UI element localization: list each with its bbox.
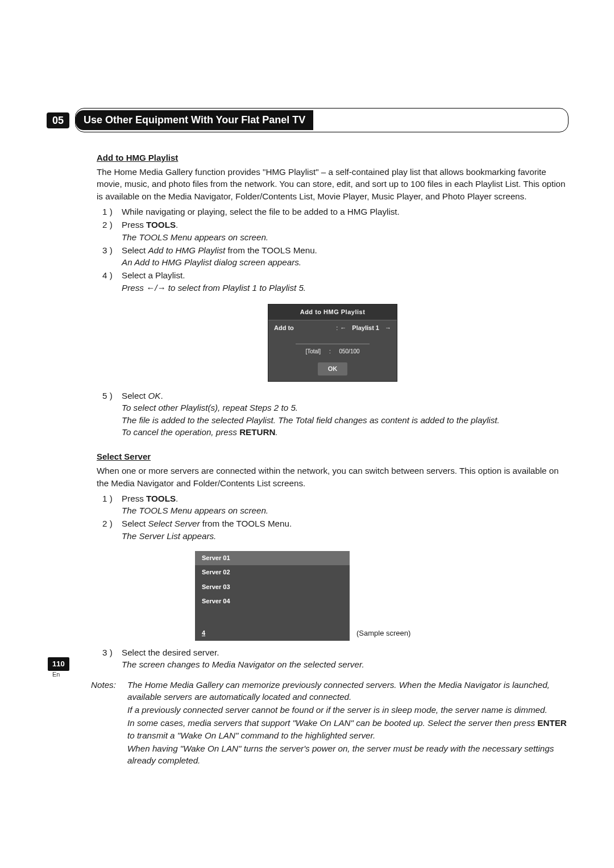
server-list-item[interactable]: Server 02 — [195, 565, 350, 579]
step-number: 3 ) — [97, 244, 122, 269]
addto-label: Add to — [274, 324, 294, 332]
server-list-figure: Server 01 Server 02 Server 03 Server 04 … — [195, 551, 569, 641]
text: Select a Playlist. — [122, 270, 185, 280]
total-value: 050/100 — [339, 348, 359, 354]
step-number: 1 ) — [97, 206, 122, 218]
text: Select the desired server. — [122, 648, 219, 657]
section2-intro: When one or more servers are connected w… — [97, 465, 569, 489]
page-language: En — [52, 670, 60, 679]
text: . — [176, 220, 178, 229]
text: Select — [122, 245, 148, 255]
step-note: To cancel the operation, press RETURN. — [122, 427, 278, 437]
list-item: 1 ) While navigating or playing, select … — [97, 206, 569, 218]
section-heading-add-to-hmg: Add to HMG Playlist — [97, 152, 569, 164]
arrow-left-icon[interactable]: ← — [340, 324, 346, 332]
playlist-value: Playlist 1 — [352, 324, 379, 332]
step-note: An Add to HMG Playlist dialog screen app… — [122, 257, 301, 267]
text: . — [176, 494, 178, 503]
text: To cancel the operation, press — [122, 427, 239, 437]
step-note: The TOOLS Menu appears on screen. — [122, 232, 268, 242]
text: to select from Playlist 1 to Playlist 5. — [166, 283, 306, 293]
text: from the TOOLS Menu. — [225, 245, 317, 255]
section-heading-select-server: Select Server — [97, 450, 569, 462]
italic: Select Server — [148, 519, 200, 528]
ok-button[interactable]: OK — [318, 362, 348, 375]
step-number: 5 ) — [97, 390, 122, 438]
sample-screen-caption: (Sample screen) — [356, 628, 410, 641]
section2-steps: 1 ) Press TOOLS. The TOOLS Menu appears … — [97, 493, 569, 542]
step-body: Select Add to HMG Playlist from the TOOL… — [122, 244, 569, 269]
list-item: 3 ) Select Add to HMG Playlist from the … — [97, 244, 569, 269]
step-number: 1 ) — [97, 493, 122, 517]
step-body: Select OK. To select other Playlist(s), … — [122, 390, 569, 438]
step-number: 3 ) — [97, 646, 122, 671]
text: to transmit a "Wake On LAN" command to t… — [127, 731, 375, 740]
dialog-title: Add to HMG Playlist — [268, 304, 397, 320]
arrow-left-icon: ← — [146, 283, 155, 293]
arrow-right-icon[interactable]: → — [385, 324, 391, 332]
server-count: 4 — [202, 629, 205, 637]
section1-steps: 1 ) While navigating or playing, select … — [97, 206, 569, 294]
text: Select — [122, 391, 148, 400]
section2-steps-after: 3 ) Select the desired server. The scree… — [97, 646, 569, 671]
step-body: Select Select Server from the TOOLS Menu… — [122, 518, 569, 542]
notes-label: Notes: — [91, 679, 127, 768]
colon: : — [336, 324, 338, 332]
colon: : — [329, 348, 331, 354]
step-note: To select other Playlist(s), repeat Step… — [122, 403, 298, 412]
step-body: Select the desired server. The screen ch… — [122, 646, 569, 671]
section1-intro: The Home Media Gallery function provides… — [97, 166, 569, 202]
step-body: Press TOOLS. The TOOLS Menu appears on s… — [122, 493, 569, 517]
chapter-header: 05 Use Other Equipment With Your Flat Pa… — [47, 108, 569, 132]
step-body: Press TOOLS. The TOOLS Menu appears on s… — [122, 219, 569, 243]
section1-steps-after: 5 ) Select OK. To select other Playlist(… — [97, 390, 569, 438]
chapter-title-pill: Use Other Equipment With Your Flat Panel… — [75, 108, 569, 132]
dialog-row-addto: Add to : ← Playlist 1 → — [268, 320, 397, 336]
step-note: The screen changes to Media Navigator on… — [122, 660, 364, 669]
text: In some cases, media servers that suppor… — [127, 718, 537, 728]
list-item: 2 ) Select Select Server from the TOOLS … — [97, 518, 569, 542]
manual-page: 05 Use Other Equipment With Your Flat Pa… — [0, 0, 614, 868]
list-item: 1 ) Press TOOLS. The TOOLS Menu appears … — [97, 493, 569, 517]
notes-body: The Home Media Gallery can memorize prev… — [127, 679, 569, 768]
list-item: 2 ) Press TOOLS. The TOOLS Menu appears … — [97, 219, 569, 243]
bold: TOOLS — [146, 494, 176, 503]
step-note: The Server List appears. — [122, 531, 216, 541]
step-number: 4 ) — [97, 269, 122, 294]
note-line: In some cases, media servers that suppor… — [127, 717, 569, 741]
server-list-item[interactable]: Server 01 — [195, 551, 350, 565]
step-note: The TOOLS Menu appears on screen. — [122, 506, 268, 515]
step-body: While navigating or playing, select the … — [122, 206, 569, 218]
chapter-number: 05 — [47, 112, 69, 128]
text: Select — [122, 519, 148, 528]
page-number: 110 — [48, 657, 69, 671]
text: Press — [122, 220, 146, 229]
bold: RETURN — [239, 427, 275, 437]
server-list-box: Server 01 Server 02 Server 03 Server 04 … — [195, 551, 350, 641]
text: . — [275, 427, 277, 437]
italic: OK — [148, 391, 160, 400]
arrow-right-icon: → — [157, 283, 165, 293]
note-line: When having "Wake On LAN" turns the serv… — [127, 742, 569, 767]
chapter-title: Use Other Equipment With Your Flat Panel… — [76, 110, 313, 130]
text: . — [160, 391, 163, 400]
list-item: 3 ) Select the desired server. The scree… — [97, 646, 569, 671]
bold: ENTER — [537, 718, 566, 728]
step-note: The file is added to the selected Playli… — [122, 415, 500, 425]
italic: Add to HMG Playlist — [148, 245, 225, 255]
dialog-total-row: [Total] : 050/100 — [268, 336, 397, 359]
server-list-item[interactable]: Server 03 — [195, 580, 350, 594]
note-line: The Home Media Gallery can memorize prev… — [127, 679, 569, 703]
list-item: 5 ) Select OK. To select other Playlist(… — [97, 390, 569, 438]
content-area: 05 Use Other Equipment With Your Flat Pa… — [97, 108, 569, 768]
server-list-item[interactable]: Server 04 — [195, 594, 350, 608]
step-number: 2 ) — [97, 219, 122, 243]
bold: TOOLS — [146, 220, 176, 229]
dialog-ok-row: OK — [268, 359, 397, 381]
step-body: Select a Playlist. Press ←/→ to select f… — [122, 269, 569, 294]
text: from the TOOLS Menu. — [200, 519, 292, 528]
total-label: [Total] — [305, 348, 321, 354]
list-item: 4 ) Select a Playlist. Press ←/→ to sele… — [97, 269, 569, 294]
step-note: Press ←/→ to select from Playlist 1 to P… — [122, 283, 306, 293]
step-number: 2 ) — [97, 518, 122, 542]
